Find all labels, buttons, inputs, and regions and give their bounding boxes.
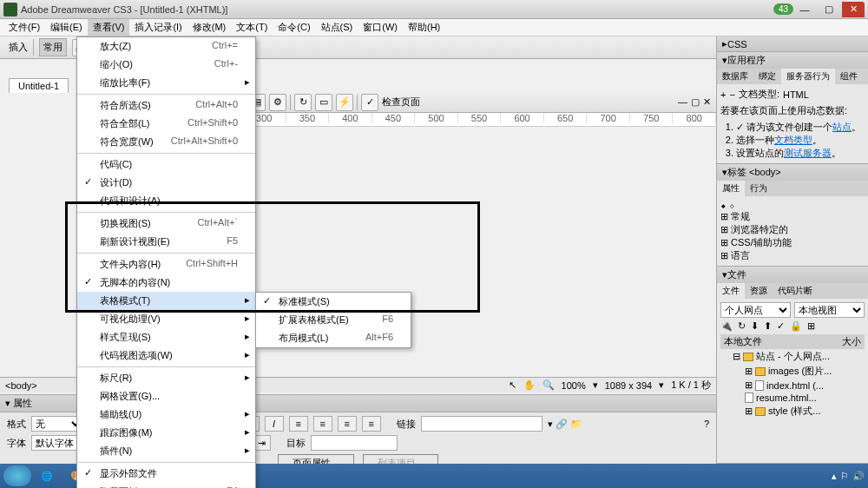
align-left-button[interactable]: ≡ bbox=[289, 416, 308, 432]
help-icon[interactable]: ? bbox=[704, 419, 709, 429]
group-browser[interactable]: ⊞ 浏览器特定的 bbox=[720, 223, 865, 236]
group-lang[interactable]: ⊞ 语言 bbox=[720, 249, 865, 262]
close-button[interactable]: ✕ bbox=[842, 2, 865, 17]
start-button[interactable] bbox=[3, 465, 31, 486]
menu-code-opts[interactable]: 代码视图选项(W) bbox=[77, 346, 255, 365]
doctype-link[interactable]: 文档类型 bbox=[774, 135, 812, 145]
tray-volume-icon[interactable]: 🔊 bbox=[852, 471, 865, 482]
doc-min[interactable]: — bbox=[678, 96, 687, 108]
tags-panel-header[interactable]: 标签 <body> bbox=[717, 164, 868, 181]
tray-icon[interactable]: ▴ bbox=[832, 471, 837, 482]
menu-site[interactable]: 站点(S) bbox=[316, 19, 358, 36]
document-tab[interactable]: Untitled-1 bbox=[9, 78, 69, 93]
menu-file[interactable]: 文件(F) bbox=[3, 19, 45, 36]
doc-btn-4[interactable]: ▭ bbox=[315, 94, 332, 111]
menu-zoom-in[interactable]: 放大(Z)Ctrl+= bbox=[77, 37, 255, 56]
menu-visual-aids[interactable]: 可视化助理(V) bbox=[77, 310, 255, 328]
refresh-files-icon[interactable]: ↻ bbox=[738, 320, 746, 332]
tab-assets[interactable]: 资源 bbox=[745, 283, 773, 299]
menu-grid-settings[interactable]: 网格设置(G)... bbox=[77, 387, 255, 406]
menu-fit-all[interactable]: 符合全部(L)Ctrl+Shift+0 bbox=[77, 115, 255, 133]
menu-standard-mode[interactable]: 标准模式(S) bbox=[256, 293, 411, 311]
menu-tracing[interactable]: 跟踪图像(M) bbox=[77, 424, 255, 442]
menu-hide-panels[interactable]: 隐藏面板(P)F4 bbox=[77, 483, 255, 488]
doc-close[interactable]: ✕ bbox=[703, 96, 711, 108]
minimize-button[interactable]: — bbox=[793, 2, 816, 17]
tab-snippets[interactable]: 代码片断 bbox=[773, 283, 818, 299]
hand-tool-icon[interactable]: ✋ bbox=[523, 379, 536, 391]
app-panel-header[interactable]: 应用程序 bbox=[717, 52, 868, 69]
align-right-button[interactable]: ≡ bbox=[338, 416, 357, 432]
menu-noscript[interactable]: 无脚本的内容(N) bbox=[77, 274, 255, 292]
maximize-button[interactable]: ▢ bbox=[818, 2, 840, 17]
format-select[interactable]: 无 bbox=[31, 416, 83, 432]
menu-fit-width[interactable]: 符合宽度(W)Ctrl+Alt+Shift+0 bbox=[77, 133, 255, 151]
menu-style-render[interactable]: 样式呈现(S) bbox=[77, 328, 255, 346]
menu-code-design[interactable]: 代码和设计(A) bbox=[77, 192, 255, 210]
doc-btn-5[interactable]: ⚡ bbox=[336, 94, 353, 111]
menu-zoom-out[interactable]: 缩小(O)Ctrl+- bbox=[77, 56, 255, 74]
tab-attributes[interactable]: 属性 bbox=[717, 181, 745, 196]
group-general[interactable]: ⊞ 常规 bbox=[720, 210, 865, 223]
check-icon[interactable]: ✓ bbox=[361, 94, 378, 111]
tree-root[interactable]: ⊟ 站点 - 个人网点... bbox=[720, 349, 865, 364]
get-icon[interactable]: ⬇ bbox=[751, 320, 759, 332]
menu-fit-selection[interactable]: 符合所选(S)Ctrl+Alt+0 bbox=[77, 96, 255, 115]
menu-switch-view[interactable]: 切换视图(S)Ctrl+Alt+` bbox=[77, 214, 255, 233]
menu-edit[interactable]: 编辑(E) bbox=[45, 19, 88, 36]
menu-refresh[interactable]: 刷新设计视图(E)F5 bbox=[77, 233, 255, 251]
testserver-link[interactable]: 测试服务器 bbox=[784, 148, 832, 158]
menu-ruler[interactable]: 标尺(R) bbox=[77, 369, 255, 387]
menu-table-mode[interactable]: 表格模式(T) 标准模式(S) 扩展表格模式(E)F6 布局模式(L)Alt+F… bbox=[77, 292, 255, 310]
expand-icon[interactable]: ⊞ bbox=[807, 320, 815, 332]
menu-show-external[interactable]: 显示外部文件 bbox=[77, 465, 255, 483]
tree-index[interactable]: ⊞ index.html (... bbox=[720, 379, 865, 392]
window-size[interactable]: 1089 x 394 bbox=[605, 380, 652, 391]
menu-head-content[interactable]: 文件头内容(H)Ctrl+Shift+H bbox=[77, 255, 255, 274]
italic-button[interactable]: I bbox=[265, 416, 284, 432]
group-css[interactable]: ⊞ CSS/辅助功能 bbox=[720, 236, 865, 249]
menu-window[interactable]: 窗口(W) bbox=[358, 19, 403, 36]
align-justify-button[interactable]: ≡ bbox=[362, 416, 381, 432]
tab-binding[interactable]: 绑定 bbox=[753, 69, 781, 84]
menu-design[interactable]: 设计(D) bbox=[77, 174, 255, 192]
css-panel-header[interactable]: CSS bbox=[717, 36, 868, 51]
tray-flag-icon[interactable]: ⚐ bbox=[840, 471, 849, 482]
common-tab[interactable]: 常用 bbox=[39, 38, 67, 56]
tab-database[interactable]: 数据库 bbox=[717, 69, 753, 84]
tag-selector[interactable]: <body> bbox=[5, 380, 37, 391]
menu-expand-table[interactable]: 扩展表格模式(E)F6 bbox=[256, 311, 411, 329]
put-icon[interactable]: ⬆ bbox=[764, 320, 772, 332]
align-center-button[interactable]: ≡ bbox=[313, 416, 332, 432]
menu-plugins[interactable]: 插件(N) bbox=[77, 442, 255, 460]
doc-max[interactable]: ▢ bbox=[691, 96, 700, 108]
menu-text[interactable]: 文本(T) bbox=[231, 19, 273, 36]
menu-modify[interactable]: 修改(M) bbox=[187, 19, 232, 36]
menu-insert[interactable]: 插入记录(I) bbox=[129, 19, 187, 36]
tree-style[interactable]: ⊞ style (样式... bbox=[720, 404, 865, 419]
files-panel-header[interactable]: 文件 bbox=[717, 267, 868, 283]
check-page-label[interactable]: 检查页面 bbox=[382, 96, 420, 109]
tab-behavior[interactable]: 行为 bbox=[745, 181, 773, 196]
system-tray[interactable]: ▴ ⚐ 🔊 bbox=[832, 471, 865, 482]
tab-components[interactable]: 组件 bbox=[835, 69, 863, 84]
menu-help[interactable]: 帮助(H) bbox=[403, 19, 445, 36]
menu-code[interactable]: 代码(C) bbox=[77, 155, 255, 174]
tab-files[interactable]: 文件 bbox=[717, 283, 745, 299]
menu-magnification[interactable]: 缩放比率(F) bbox=[77, 74, 255, 92]
site-select[interactable]: 个人网点 bbox=[720, 302, 791, 318]
add-icon[interactable]: + bbox=[720, 89, 726, 100]
target-input[interactable] bbox=[311, 435, 398, 451]
tab-server-behavior[interactable]: 服务器行为 bbox=[781, 69, 835, 84]
zoom-tool-icon[interactable]: 🔍 bbox=[542, 379, 555, 391]
checkin-icon[interactable]: 🔒 bbox=[790, 320, 802, 332]
connect-icon[interactable]: 🔌 bbox=[720, 320, 733, 332]
doc-btn-2[interactable]: ⚙ bbox=[269, 94, 286, 111]
zoom-value[interactable]: 100% bbox=[562, 380, 586, 391]
view-select[interactable]: 本地视图 bbox=[794, 302, 865, 318]
remove-icon[interactable]: − bbox=[729, 89, 734, 100]
menu-view[interactable]: 查看(V) bbox=[88, 19, 130, 36]
menu-commands[interactable]: 命令(C) bbox=[273, 19, 315, 36]
checkout-icon[interactable]: ✓ bbox=[777, 320, 785, 332]
tree-resume[interactable]: resume.html... bbox=[720, 392, 865, 404]
